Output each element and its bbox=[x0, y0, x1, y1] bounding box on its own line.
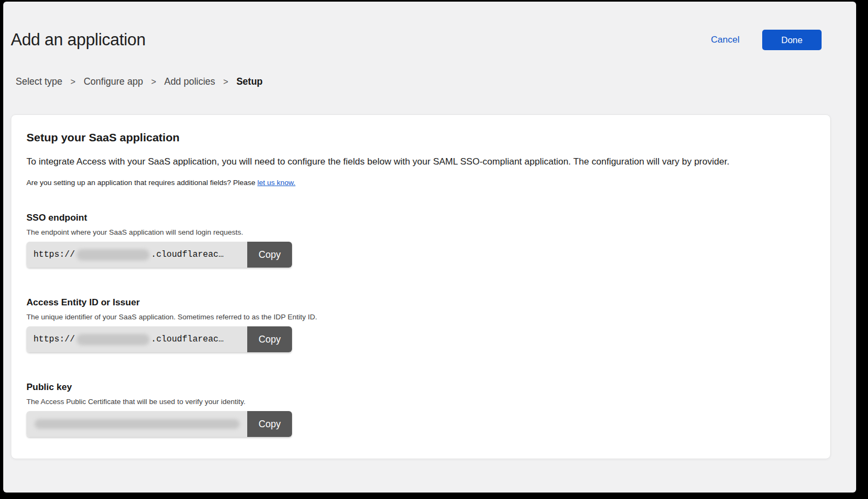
entity-id-value: https:// .cloudflareac… bbox=[26, 326, 247, 352]
breadcrumb-separator: > bbox=[71, 77, 76, 87]
page-title: Add an application bbox=[11, 30, 146, 50]
screenshot-frame: Add an application Cancel Done Select ty… bbox=[0, 0, 868, 499]
cancel-button[interactable]: Cancel bbox=[711, 35, 740, 45]
breadcrumb-separator: > bbox=[223, 77, 228, 87]
public-key-value bbox=[26, 411, 247, 437]
intro-text: To integrate Access with your SaaS appli… bbox=[26, 156, 815, 167]
field-label: Public key bbox=[26, 382, 815, 393]
card-title: Setup your SaaS application bbox=[26, 131, 815, 144]
value-suffix: .cloudflareac… bbox=[151, 334, 223, 344]
redacted-blur bbox=[77, 249, 150, 261]
sso-endpoint-value-row: https:// .cloudflareac… Copy bbox=[26, 242, 292, 268]
redacted-blur bbox=[77, 334, 150, 345]
setup-card: Setup your SaaS application To integrate… bbox=[11, 114, 831, 459]
breadcrumb: Select type > Configure app > Add polici… bbox=[16, 76, 856, 87]
breadcrumb-item-add-policies[interactable]: Add policies bbox=[164, 76, 215, 87]
note-text-body: Are you setting up an application that r… bbox=[26, 179, 255, 187]
value-suffix: .cloudflareac… bbox=[151, 250, 223, 259]
let-us-know-link[interactable]: let us know. bbox=[257, 179, 296, 187]
field-public-key: Public key The Access Public Certificate… bbox=[26, 382, 815, 437]
field-label: Access Entity ID or Issuer bbox=[26, 297, 815, 308]
field-sso-endpoint: SSO endpoint The endpoint where your Saa… bbox=[26, 213, 815, 268]
value-prefix: https:// bbox=[33, 334, 75, 344]
done-button[interactable]: Done bbox=[762, 30, 822, 50]
breadcrumb-item-configure-app[interactable]: Configure app bbox=[84, 76, 143, 87]
breadcrumb-item-setup-current: Setup bbox=[236, 76, 263, 87]
breadcrumb-separator: > bbox=[151, 77, 156, 87]
value-prefix: https:// bbox=[33, 250, 75, 259]
redacted-blur bbox=[35, 419, 240, 429]
copy-sso-endpoint-button[interactable]: Copy bbox=[247, 242, 292, 268]
field-description: The endpoint where your SaaS application… bbox=[26, 228, 815, 236]
field-description: The Access Public Certificate that will … bbox=[26, 398, 815, 406]
note-text: Are you setting up an application that r… bbox=[26, 179, 815, 187]
public-key-value-row: Copy bbox=[26, 411, 292, 437]
top-bar: Add an application Cancel Done bbox=[3, 2, 856, 50]
copy-entity-id-button[interactable]: Copy bbox=[247, 326, 292, 352]
copy-public-key-button[interactable]: Copy bbox=[247, 411, 292, 437]
app-screen: Add an application Cancel Done Select ty… bbox=[3, 2, 856, 493]
field-access-entity-id: Access Entity ID or Issuer The unique id… bbox=[26, 297, 815, 352]
field-description: The unique identifier of your SaaS appli… bbox=[26, 313, 815, 321]
breadcrumb-item-select-type[interactable]: Select type bbox=[16, 76, 63, 87]
field-label: SSO endpoint bbox=[26, 213, 815, 223]
entity-id-value-row: https:// .cloudflareac… Copy bbox=[26, 326, 292, 352]
sso-endpoint-value: https:// .cloudflareac… bbox=[26, 242, 247, 268]
header-actions: Cancel Done bbox=[711, 30, 822, 50]
